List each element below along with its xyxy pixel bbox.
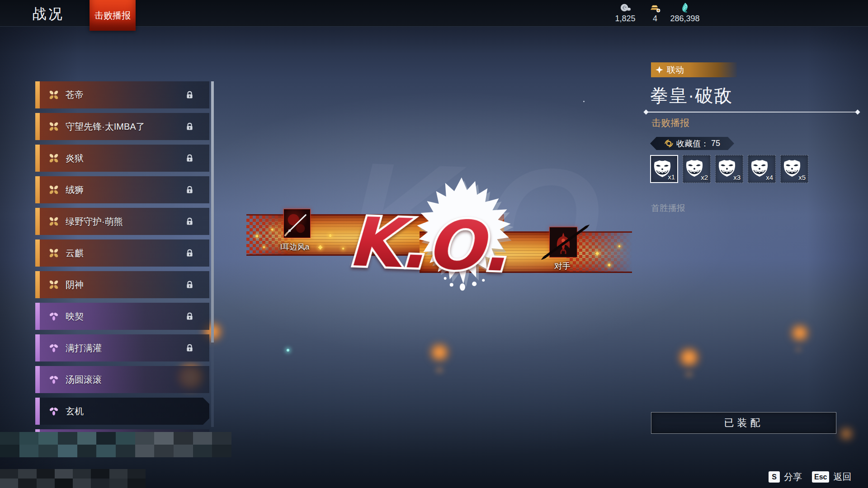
sidebar-item-overwatch[interactable]: 守望先锋·太IMBA了: [35, 113, 209, 140]
back-label: 返回: [833, 471, 851, 483]
lantern-reflection: [432, 367, 447, 373]
lantern-reflection: [792, 347, 805, 352]
equipped-button[interactable]: 已装配: [651, 412, 836, 434]
tier-bar: [35, 145, 40, 172]
purple-petal-icon: [48, 374, 60, 385]
panel-divider: [646, 112, 858, 113]
item-label: 守望先锋·太IMBA了: [66, 121, 145, 133]
purple-petal-icon: [48, 405, 60, 417]
collection-label: 收藏值：: [676, 138, 709, 149]
purple-petal-icon: [48, 342, 60, 354]
lock-icon: [185, 217, 194, 226]
variant-count: x5: [798, 174, 806, 181]
light-speck: [583, 101, 585, 102]
sidebar-item-mandamanguan[interactable]: 满打满灌: [35, 334, 209, 361]
lock-icon: [185, 122, 194, 131]
variant-tile-x3[interactable]: x3: [715, 155, 743, 183]
share-label: 分享: [784, 471, 802, 483]
lantern-glow: [679, 349, 699, 366]
back-key-badge: Esc: [812, 471, 829, 483]
tier-bar: [35, 176, 40, 203]
lantern-glow: [791, 325, 808, 341]
share-key-badge: S: [769, 471, 780, 483]
lock-icon: [185, 90, 194, 100]
variant-tile-x1[interactable]: x1: [650, 155, 678, 183]
lantern-glow: [840, 428, 853, 439]
gold-ingot-icon: [649, 2, 661, 14]
currency-silver[interactable]: 1,825: [610, 2, 640, 23]
silver-coin-icon: [619, 2, 632, 14]
variant-count: x4: [766, 174, 773, 181]
censored-text-blur: [0, 469, 146, 488]
item-label: 绿野守护·萌熊: [66, 216, 123, 228]
lock-icon: [185, 312, 194, 321]
item-title: 拳皇·破敌: [650, 83, 733, 108]
currency-gold-ingot[interactable]: 4: [640, 2, 670, 23]
item-label: 玄机: [66, 405, 84, 418]
variant-tile-x2[interactable]: x2: [683, 155, 711, 183]
winner-name: l耳边风a: [280, 242, 309, 252]
currency-bar: 1,825 4 286,398: [610, 2, 700, 23]
variant-count: x3: [733, 174, 741, 181]
collab-badge: 联动: [651, 62, 737, 77]
variant-tile-x5[interactable]: x5: [780, 155, 808, 183]
share-hotkey[interactable]: S 分享: [769, 471, 802, 483]
tier-bar: [35, 366, 40, 393]
collection-swirl-icon: [664, 139, 674, 148]
ko-banner-text: K.O.: [342, 199, 514, 291]
gold-petal-icon: [48, 247, 60, 259]
sidebar-item-tangyuan[interactable]: 汤圆滚滚: [35, 366, 209, 393]
tier-bar: [35, 208, 40, 235]
lock-icon: [185, 154, 194, 163]
currency-jade[interactable]: 286,398: [670, 2, 700, 23]
lock-icon: [185, 185, 194, 195]
sidebar-item-yanyu[interactable]: 炎狱: [35, 145, 209, 172]
sidebar-item-yingqi[interactable]: 映契: [35, 303, 209, 330]
winner-avatar: [283, 209, 311, 238]
sidebar-scrollbar-thumb[interactable]: [211, 81, 214, 343]
sidebar-item-yunqi[interactable]: 云麒: [35, 239, 209, 267]
item-label: 映契: [66, 310, 84, 323]
shuriken-icon: [655, 66, 664, 74]
variant-tile-x4[interactable]: x4: [748, 155, 776, 183]
lock-icon: [185, 343, 194, 353]
currency-jade-value: 286,398: [670, 14, 699, 23]
tier-bar: [35, 271, 40, 298]
opponent-name: 对手: [554, 261, 571, 272]
gold-petal-icon: [48, 216, 60, 227]
gold-petal-icon: [48, 89, 60, 101]
tier-bar: [35, 303, 40, 330]
censored-text-blur: [0, 432, 231, 457]
cyan-light-speck: [287, 349, 289, 352]
currency-silver-value: 1,825: [615, 14, 635, 23]
item-label: 满打满灌: [66, 342, 102, 354]
item-label: 云麒: [66, 247, 84, 259]
sidebar-item-rongshi[interactable]: 绒狮: [35, 176, 209, 203]
gold-petal-icon: [48, 152, 60, 164]
variant-count: x2: [701, 174, 708, 181]
broadcast-variant-tiles: x1 x2 x3 x4 x5: [650, 155, 808, 183]
collab-badge-label: 联动: [667, 64, 684, 76]
sidebar-item-cangdi[interactable]: 苍帝: [35, 81, 209, 108]
tier-bar: [35, 398, 40, 425]
sidebar-item-yinshen[interactable]: 阴神: [35, 271, 209, 298]
sidebar-item-xuanji[interactable]: 玄机: [35, 398, 209, 425]
tab-defeat-broadcast[interactable]: 击败播报: [90, 0, 136, 31]
tier-bar: [35, 334, 40, 361]
back-hotkey[interactable]: Esc 返回: [812, 471, 851, 483]
page-title: 战况: [33, 5, 64, 23]
item-label: 绒狮: [66, 184, 84, 196]
section-label-first-win: 首胜播报: [651, 202, 685, 214]
equipped-button-label: 已装配: [724, 416, 764, 430]
item-label: 炎狱: [66, 152, 84, 164]
tier-bar: [35, 239, 40, 267]
sidebar-item-mengxiong[interactable]: 绿野守护·萌熊: [35, 208, 209, 235]
jade-spiral-icon: [679, 2, 691, 14]
tier-bar: [35, 113, 40, 140]
lock-icon: [185, 280, 194, 290]
hotkey-bar: S 分享 Esc 返回: [769, 471, 851, 483]
tier-bar: [35, 81, 40, 108]
tab-label: 击败播报: [94, 9, 131, 22]
item-label: 阴神: [66, 279, 84, 291]
variant-count: x1: [668, 173, 675, 181]
